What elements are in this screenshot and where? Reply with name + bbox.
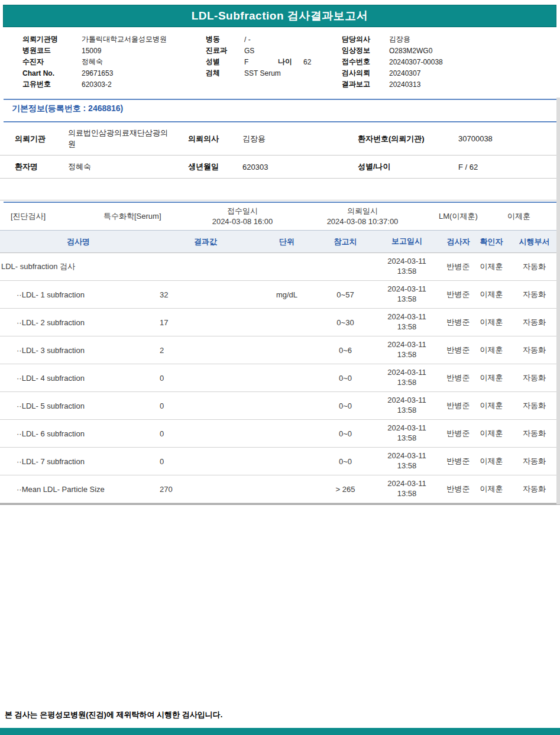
request-datetime-value: 2024-03-08 10:37:00 [327,216,399,227]
header-row-examinee: 수진자 정혜숙 [22,56,167,67]
results-header-row: 검사명 결과값 단위 참고치 보고일시 검사자 확인자 시행부서 [0,230,560,253]
age-label: 나이 [278,57,303,67]
unique-no-value: 620303-2 [82,80,112,89]
cell-tester: 반병준 [442,392,474,419]
cell-reference: 0~6 [319,336,371,364]
examinee-value: 정혜숙 [82,57,103,67]
cell-department: 자동화 [509,392,560,419]
cell-test-name: ··LDL- 6 subfraction [0,420,157,447]
cell-result: 2 [157,336,254,364]
cell-reference: 0~0 [319,448,371,475]
specimen-value: SST Serum [244,69,281,77]
org-name-value: 가톨릭대학교서울성모병원 [82,34,167,44]
org-name-label: 의뢰기관명 [22,34,82,44]
cell-report-datetime: 2024-03-11 13:58 [371,475,442,503]
outsourcing-note: 본 검사는 은평성모병원(진검)에 제위탁하여 시행한 검사입니다. [5,710,222,720]
cell-department: 자동화 [509,420,560,447]
lab-name: LM(이제훈) [439,203,478,229]
result-row: ··LDL- 7 subfraction 0 0~0 2024-03-11 13… [0,448,560,475]
header-row-department: 진료과 GS [206,45,311,56]
cell-confirmer: 이제훈 [474,253,509,280]
col-header-reference: 참고치 [319,231,371,252]
result-row: ··LDL- 2 subfraction 17 0~30 2024-03-11 … [0,309,560,336]
cell-result: 270 [157,475,254,503]
cell-unit [254,309,319,336]
patient-header-middle-column: 병동 / - 진료과 GS 성별 F 나이 62 검체 SST Serum [206,34,311,79]
cell-unit [254,336,319,364]
cell-reference [319,253,371,280]
cell-confirmer: 이제훈 [474,475,509,503]
report-time: 13:58 [397,406,417,416]
result-row: ··LDL- 4 subfraction 0 0~0 2024-03-11 13… [0,364,560,392]
cell-reference: 0~0 [319,392,371,419]
report-date-label: 결과보고 [342,79,389,89]
ward-value: / - [244,35,251,44]
cell-test-name: ··LDL- 1 subfraction [0,281,157,308]
cell-confirmer: 이제훈 [474,392,509,419]
cell-reference: 0~0 [319,420,371,447]
header-row-ward: 병동 / - [206,34,311,45]
cell-result [157,253,254,280]
cell-unit [254,364,319,391]
cell-result: 0 [157,392,254,419]
cell-reference: 0~57 [319,281,371,308]
cell-tester: 반병준 [442,448,474,475]
reader-name: 이제훈 [507,203,530,229]
doctor-value: 김장용 [389,34,410,44]
report-date: 2024-03-11 [387,451,426,461]
age-value: 62 [303,58,311,66]
patient-name-label: 환자명 [15,156,38,178]
cell-reference: 0~30 [319,309,371,336]
result-row: ··LDL- 1 subfraction 32 mg/dL 0~57 2024-… [0,281,560,309]
report-date: 2024-03-11 [387,284,426,294]
clinical-info-label: 임상정보 [342,46,389,56]
table-end-divider [0,503,560,505]
patient-no-label: 환자번호(의뢰기관) [358,122,425,155]
report-time: 13:58 [397,294,417,305]
cell-confirmer: 이제훈 [474,448,509,475]
exam-category: [진단검사] [11,203,46,229]
result-row: LDL- subfraction 검사 2024-03-11 13:58 반병준… [0,253,560,281]
receipt-no-value: 20240307-00038 [389,58,443,66]
report-title-bar: LDL-Subfraction 검사결과보고서 [3,5,556,27]
receipt-no-label: 접수번호 [342,57,389,67]
cell-test-name: ··Mean LDL- Particle Size [0,475,157,503]
result-row: ··LDL- 5 subfraction 0 0~0 2024-03-11 13… [0,392,560,420]
patient-no-value: 30700038 [458,122,493,155]
sex-value: F [244,58,278,66]
requesting-doctor-label: 의뢰의사 [188,122,219,155]
ward-label: 병동 [206,34,244,44]
cell-confirmer: 이제훈 [474,364,509,391]
report-time: 13:58 [397,378,417,388]
header-row-receipt-no: 접수번호 20240307-00038 [342,56,443,67]
requesting-org-value: 의료법인삼광의료재단삼광의원 [68,122,170,155]
cell-confirmer: 이제훈 [474,336,509,364]
cell-test-name: ··LDL- 3 subfraction [0,336,157,364]
report-date: 2024-03-11 [387,479,426,489]
order-date-value: 20240307 [389,69,420,77]
cell-report-datetime: 2024-03-11 13:58 [371,253,442,280]
cell-department: 자동화 [509,281,560,308]
header-row-unique-no: 고유번호 620303-2 [22,79,167,90]
basic-info-row-1: 의뢰기관 의료법인삼광의료재단삼광의원 의뢰의사 김장용 환자번호(의뢰기관) … [0,122,560,155]
col-header-unit: 단위 [254,231,319,252]
cell-result: 0 [157,364,254,391]
birthdate-label: 생년월일 [188,156,219,178]
cell-department: 자동화 [509,475,560,503]
scrollbar-track[interactable] [556,98,560,504]
unique-no-label: 고유번호 [22,79,82,89]
cell-result: 17 [157,309,254,336]
receipt-datetime-label: 접수일시 [227,206,258,216]
sex-age-label: 성별/나이 [358,156,391,178]
chart-no-label: Chart No. [22,69,82,77]
header-row-sex-age: 성별 F 나이 62 [206,56,311,67]
patient-header-left-column: 의뢰기관명 가톨릭대학교서울성모병원 병원코드 15009 수진자 정혜숙 Ch… [22,34,167,90]
cell-unit: mg/dL [254,281,319,308]
header-row-clinical-info: 임상정보 O283M2WG0 [342,45,443,56]
report-time: 13:58 [397,350,417,360]
report-date: 2024-03-11 [387,312,426,322]
header-row-specimen: 검체 SST Serum [206,67,311,79]
cell-tester: 반병준 [442,420,474,447]
report-time: 13:58 [397,489,417,499]
requesting-doctor-value: 김장용 [242,122,266,155]
